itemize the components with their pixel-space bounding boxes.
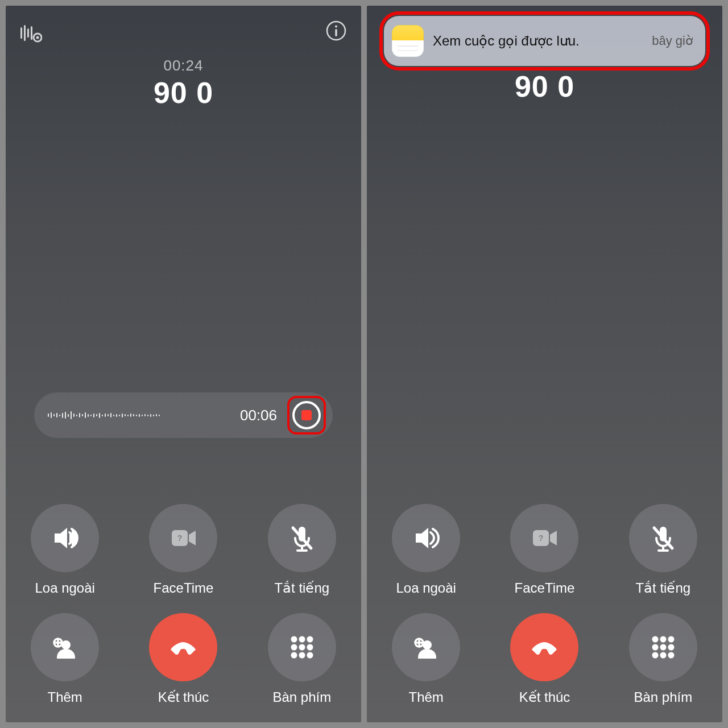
caller-name: 90 0	[6, 76, 361, 110]
more-button[interactable]: Thêm	[31, 613, 99, 705]
stop-record-button[interactable]	[292, 401, 321, 429]
more-label: Thêm	[47, 689, 82, 705]
keypad-button[interactable]: Bàn phím	[629, 613, 697, 705]
highlight-box: Xem cuộc gọi được lưu. bây giờ	[379, 11, 710, 71]
svg-rect-3	[31, 26, 32, 40]
call-timer: 00:24	[6, 57, 361, 75]
mute-button[interactable]: Tắt tiếng	[629, 504, 697, 596]
call-screen-right: Xem cuộc gọi được lưu. bây giờ 90 0 Loa …	[367, 6, 722, 722]
facetime-label: FaceTime	[154, 580, 214, 596]
call-controls: Loa ngoài ? FaceTime Tắt tiếng Thêm Kết …	[6, 504, 361, 705]
audio-wave-icon[interactable]	[19, 22, 42, 44]
svg-point-34	[652, 636, 658, 643]
keypad-label: Bàn phím	[634, 689, 692, 705]
highlight-box	[287, 396, 326, 435]
svg-point-35	[660, 636, 666, 643]
caller-name: 90 0	[367, 69, 722, 104]
end-call-button[interactable]: Kết thúc	[149, 613, 217, 705]
notes-app-icon	[392, 25, 424, 57]
end-call-button[interactable]: Kết thúc	[510, 613, 578, 705]
svg-point-18	[299, 636, 305, 643]
end-label: Kết thúc	[158, 689, 209, 705]
svg-rect-2	[27, 28, 29, 38]
more-label: Thêm	[408, 689, 443, 705]
waveform-icon	[48, 404, 160, 427]
keypad-label: Bàn phím	[272, 689, 331, 705]
svg-point-25	[307, 652, 313, 659]
svg-point-40	[652, 652, 658, 659]
notification-banner[interactable]: Xem cuộc gọi được lưu. bây giờ	[384, 16, 705, 66]
call-controls: Loa ngoài ? FaceTime Tắt tiếng Thêm Kết …	[367, 504, 722, 705]
svg-point-36	[668, 636, 674, 643]
recording-time: 00:06	[169, 407, 282, 424]
speaker-button[interactable]: Loa ngoài	[392, 504, 460, 596]
svg-point-20	[291, 644, 297, 651]
more-button[interactable]: Thêm	[392, 613, 460, 705]
svg-point-22	[307, 644, 313, 651]
svg-point-37	[652, 644, 658, 651]
mute-label: Tắt tiếng	[274, 580, 329, 596]
recording-bar: 00:06	[34, 392, 333, 438]
facetime-label: FaceTime	[515, 580, 575, 596]
svg-point-42	[668, 652, 674, 659]
svg-point-5	[36, 36, 39, 39]
speaker-label: Loa ngoài	[396, 580, 456, 596]
svg-point-7	[335, 26, 337, 28]
mute-label: Tắt tiếng	[635, 580, 690, 596]
keypad-button[interactable]: Bàn phím	[268, 613, 336, 705]
svg-point-19	[307, 636, 313, 643]
svg-point-41	[660, 652, 666, 659]
speaker-label: Loa ngoài	[35, 580, 94, 596]
svg-rect-0	[20, 27, 22, 39]
facetime-button[interactable]: ? FaceTime	[510, 504, 578, 596]
speaker-button[interactable]: Loa ngoài	[31, 504, 99, 596]
facetime-button[interactable]: ? FaceTime	[149, 504, 217, 596]
mute-button[interactable]: Tắt tiếng	[268, 504, 336, 596]
svg-point-38	[660, 644, 666, 651]
notification-time: bây giờ	[652, 34, 693, 48]
svg-point-23	[291, 652, 297, 659]
svg-point-39	[668, 644, 674, 651]
notification-text: Xem cuộc gọi được lưu.	[433, 33, 643, 49]
svg-rect-1	[24, 25, 26, 41]
svg-text:?: ?	[539, 533, 544, 543]
svg-text:?: ?	[177, 533, 183, 543]
svg-point-21	[299, 644, 305, 651]
svg-point-17	[291, 636, 297, 643]
end-label: Kết thúc	[519, 689, 570, 705]
call-screen-left: 00:24 90 0 00:06 Loa ngoài ? FaceTime Tắ…	[6, 6, 361, 722]
info-icon[interactable]	[325, 19, 348, 42]
svg-point-24	[299, 652, 305, 659]
svg-rect-8	[335, 29, 337, 36]
